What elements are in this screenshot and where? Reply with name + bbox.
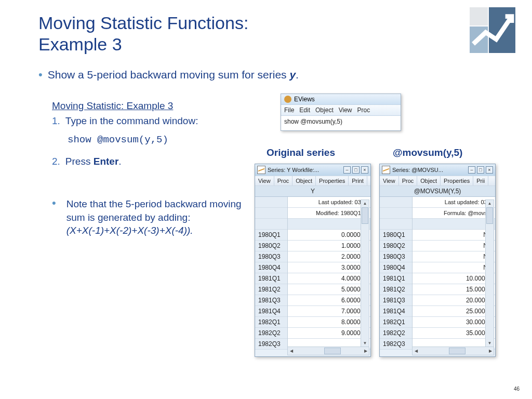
value-cell: 1.000000 [288,241,370,251]
minimize-icon[interactable]: – [343,166,351,174]
scrollbar-vertical[interactable]: ▲ ▼ [361,200,369,347]
tbtn-proc[interactable]: Proc [274,176,293,185]
menu-file[interactable]: File [284,107,294,114]
info-row: Last updated: 03/... [288,197,370,208]
info-row: Formula: @movs... [413,208,495,219]
date-cell: 1981Q4 [380,306,412,317]
tbtn-properties[interactable]: Properties [316,176,349,185]
series-toolbar: View Proc Object Properties Print [255,176,370,186]
eviews-command-window: EViews File Edit Object View Proc show @… [281,94,401,131]
date-cell: 1980Q3 [255,251,287,262]
value-cell: 35.00000 [413,328,495,339]
series-icon [382,166,390,174]
scroll-down-icon[interactable]: ▼ [486,340,494,347]
column-header: Y [255,186,370,197]
scroll-down-icon[interactable]: ▼ [361,340,369,347]
scroll-thumb[interactable] [486,207,493,224]
label-movsum-series: @movsum(y,5) [393,147,462,158]
info-row: Last updated: 03... [413,197,495,208]
close-icon[interactable]: × [361,166,368,174]
cmdwin-app-title: EViews [294,96,315,103]
tbtn-print[interactable]: Print [349,176,367,185]
value-cell: 6.000000 [288,295,370,306]
scrollbar-horizontal[interactable]: ◀ ▶ [287,347,369,355]
value-cell: 15.00000 [413,284,495,295]
date-cell: 1982Q1 [380,317,412,328]
scroll-thumb[interactable] [449,348,466,354]
date-cell: 1980Q4 [380,262,412,273]
menu-edit[interactable]: Edit [299,107,310,114]
date-cell: 1981Q1 [380,273,412,284]
value-cell: 8.000000 [288,317,370,328]
minimize-icon[interactable]: – [468,166,475,174]
note-formula: (X+X(-1)+X(-2)+X(-3)+X(-4)). [66,225,193,236]
menu-view[interactable]: View [339,107,352,114]
scroll-left-icon[interactable]: ◀ [413,347,419,355]
window-title: Series: @MOVSU... [392,167,467,173]
close-icon[interactable]: × [486,166,493,174]
tbtn-properties[interactable]: Properties [441,176,473,185]
maximize-icon[interactable]: □ [477,166,484,174]
tbtn-proc[interactable]: Proc [399,176,418,185]
value-cell: 0.000000 [288,230,370,241]
date-cell: 1980Q3 [380,251,412,262]
maximize-icon[interactable]: □ [352,166,360,174]
date-cell: 1981Q3 [380,295,412,306]
command-code: show @movsum(y,5) [68,134,168,145]
scroll-thumb[interactable] [324,348,341,354]
note-text: Note that the 5-period backward moving s… [66,198,242,223]
scroll-right-icon[interactable]: ▶ [362,347,369,355]
logo-chart-icon [469,7,516,53]
value-cell: 3.000000 [288,262,370,273]
svg-rect-0 [470,7,488,25]
date-cell: 1981Q4 [255,306,287,317]
series-icon [257,166,265,174]
cmdwin-input[interactable]: show @movsum(y,5) [281,116,401,130]
menu-proc[interactable]: Proc [357,107,370,114]
value-cell: 10.00000 [413,273,495,284]
scroll-up-icon[interactable]: ▲ [361,200,369,207]
bullet-icon: • [52,197,56,237]
value-cell: 5.000000 [288,284,370,295]
value-cell: NA [413,230,495,241]
date-cell: 1980Q1 [255,230,287,241]
page-number: 46 [514,386,520,392]
info-row: Modified: 1980Q1 ... [288,208,370,219]
main-bullet: Show a 5-period backward moving sum for … [48,69,299,81]
value-cell: NA [413,251,495,262]
date-cell: 1980Q4 [255,262,287,273]
tbtn-view[interactable]: View [255,176,274,185]
value-cell: 7.000000 [288,306,370,317]
tbtn-print-short[interactable]: Prii [473,176,488,185]
step-1: 1.Type in the command window: [52,115,198,127]
date-cell: 1980Q1 [380,230,412,241]
date-cell: 1982Q2 [255,328,287,339]
scroll-left-icon[interactable]: ◀ [288,347,295,355]
scroll-up-icon[interactable]: ▲ [486,200,494,207]
date-cell: 1982Q2 [380,328,412,339]
date-cell: 1981Q2 [380,284,412,295]
cmdwin-menubar[interactable]: File Edit Object View Proc [281,104,401,116]
value-cell: 20.00000 [413,295,495,306]
value-cell: NA [413,262,495,273]
scroll-right-icon[interactable]: ▶ [487,347,494,355]
value-cell: 30.00000 [413,317,495,328]
scroll-thumb[interactable] [362,207,368,224]
example-heading: Moving Statistic: Example 3 [52,100,173,112]
series-window-movsum: Series: @MOVSU... – □ × View Proc Object… [379,164,496,357]
series-toolbar: View Proc Object Properties Prii [380,176,495,186]
scrollbar-horizontal[interactable]: ◀ ▶ [412,347,494,355]
menu-object[interactable]: Object [315,107,334,114]
column-header: @MOVSUM(Y,5) [380,186,495,197]
tbtn-view[interactable]: View [380,176,399,185]
slide-title: Moving Statistic Functions: Example 3 [38,12,248,55]
scrollbar-vertical[interactable]: ▲ ▼ [485,200,494,347]
date-cell: 1980Q2 [255,241,287,251]
date-cell: 1981Q1 [255,273,287,284]
value-cell: NA [413,241,495,251]
tbtn-object[interactable]: Object [292,176,316,185]
series-window-original: Series: Y Workfile:... – □ × View Proc O… [255,164,371,357]
value-cell: 4.000000 [288,273,370,284]
tbtn-object[interactable]: Object [417,176,441,185]
label-original-series: Original series [267,147,335,158]
